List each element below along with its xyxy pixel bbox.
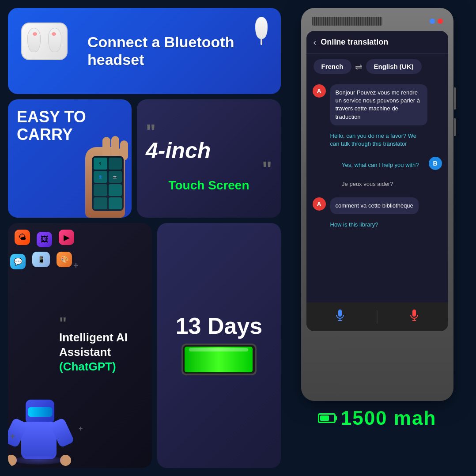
bubble-group-1: Bonjour Pouvez-vous me rendre un service… <box>330 84 427 152</box>
message-row-2: B Yes, what can I help you with? Je peux… <box>313 157 442 193</box>
float-icon-5: 📱 <box>32 252 50 267</box>
message-row-1: A Bonjour Pouvez-vous me rendre un servi… <box>313 84 442 152</box>
mic-a-icon[interactable] <box>335 309 345 325</box>
four-inch-text: 4-inch <box>146 140 272 162</box>
side-button-power[interactable] <box>454 87 456 110</box>
ai-card: 🌤 🖼 ▶ 💬 📱 🎨 <box>8 223 152 468</box>
quote-close: " <box>146 162 272 177</box>
bubble-original-2: Je peux vous aider? <box>342 176 424 193</box>
bubble-original-1: Bonjour Pouvez-vous me rendre un service… <box>330 84 427 125</box>
divider <box>377 310 378 324</box>
single-earbud <box>255 17 268 39</box>
avatar-a-2: A <box>313 197 326 211</box>
app-title: Online translation <box>321 38 388 47</box>
phone-device: ‹ Online translation French ⇌ English (U… <box>301 8 453 401</box>
easy-carry-card: EASY TO CARRY 🎙 👤 📷 <box>8 99 132 218</box>
phone-bottom-bar <box>306 302 448 331</box>
touch-screen-text: Touch Screen <box>146 178 272 193</box>
float-icon-4: 💬 <box>10 254 26 269</box>
app-header: ‹ Online translation <box>306 31 448 54</box>
bluetooth-card: Connect a Bluetooth headset <box>8 8 281 94</box>
indicator-dots <box>430 19 443 24</box>
chat-area: A Bonjour Pouvez-vous me rendre un servi… <box>306 79 448 302</box>
deco-plus-2: + <box>10 431 15 442</box>
left-panel: Connect a Bluetooth headset EASY TO CARR… <box>8 8 281 468</box>
bluetooth-title: Connect a Bluetooth headset <box>87 34 268 68</box>
bubble-translated-3: How is this library? <box>330 216 419 233</box>
language-bar: French ⇌ English (UK) <box>306 54 448 79</box>
right-panel: ‹ Online translation French ⇌ English (U… <box>286 8 468 468</box>
earbuds-image <box>21 23 79 80</box>
dot-red <box>438 19 443 24</box>
message-row-3: A comment va cette bibliothèque How is t… <box>313 197 442 233</box>
bubble-translated-1: Hello, can you do me a favor? We can tal… <box>330 128 427 152</box>
float-icon-2: 🖼 <box>37 232 52 247</box>
days-card: 13 Days <box>157 223 281 468</box>
side-button-vol[interactable] <box>454 118 456 136</box>
battery-icon <box>318 413 336 423</box>
back-arrow-icon[interactable]: ‹ <box>314 37 317 47</box>
quote-marks: " <box>59 317 143 330</box>
svg-rect-0 <box>338 310 342 317</box>
bubble-group-3: comment va cette bibliothèque How is thi… <box>330 197 419 233</box>
phone-screen: ‹ Online translation French ⇌ English (U… <box>306 31 448 331</box>
middle-row: EASY TO CARRY 🎙 👤 📷 <box>8 99 281 218</box>
mic-b-icon[interactable] <box>409 309 419 325</box>
bottom-row: 🌤 🖼 ▶ 💬 📱 🎨 <box>8 223 281 468</box>
chatgpt-text: (ChatGPT) <box>59 360 143 374</box>
lang-to-button[interactable]: English (UK) <box>366 59 422 74</box>
quote-open: " <box>146 125 272 140</box>
four-inch-card: " 4-inch " Touch Screen <box>137 99 281 218</box>
ai-text-area: " Intelligent AI Assistant (ChatGPT) <box>55 223 143 468</box>
speaker-grille <box>312 17 382 26</box>
easy-carry-text: EASY TO CARRY <box>17 108 123 143</box>
ai-title: Intelligent AI Assistant <box>59 330 143 360</box>
bubble-group-2: Yes, what can I help you with? Je peux v… <box>342 157 424 193</box>
swap-languages-icon[interactable]: ⇌ <box>355 61 363 72</box>
days-text: 13 Days <box>176 313 263 339</box>
svg-rect-3 <box>412 310 416 317</box>
float-icon-1: 🌤 <box>15 230 30 245</box>
avatar-b-1: B <box>429 157 442 170</box>
battery-info: 1500 mah <box>314 407 441 429</box>
phone-top-bar <box>306 13 448 29</box>
avatar-a-1: A <box>313 84 326 98</box>
dot-blue <box>430 19 435 24</box>
battery-image <box>178 344 260 379</box>
lang-from-button[interactable]: French <box>314 59 351 74</box>
bubble-original-3: comment va cette bibliothèque <box>330 197 419 214</box>
bubble-translated-2: Yes, what can I help you with? <box>342 157 424 174</box>
battery-capacity: 1500 mah <box>341 407 437 429</box>
